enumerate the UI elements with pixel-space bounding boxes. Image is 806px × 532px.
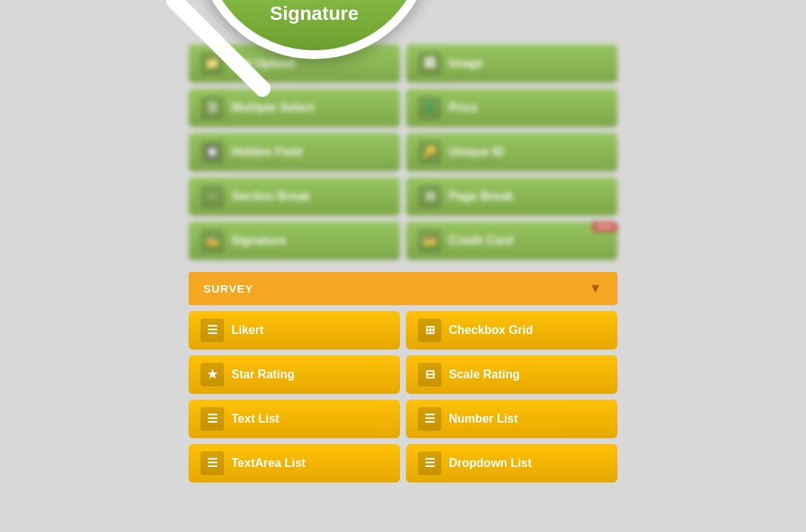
checkbox-grid-icon: ⊞ bbox=[418, 318, 441, 342]
likert-button[interactable]: ☰ Likert bbox=[189, 311, 400, 349]
checkbox-grid-button[interactable]: ⊞ Checkbox Grid bbox=[406, 311, 617, 349]
price-button[interactable]: 💲 Price bbox=[406, 89, 617, 127]
hidden-field-button[interactable]: 🔲 Hidden Field bbox=[189, 133, 400, 171]
scale-rating-icon: ⊟ bbox=[418, 363, 441, 386]
signature-button[interactable]: ✍ Signature bbox=[189, 222, 400, 260]
text-list-icon: ☰ bbox=[200, 407, 224, 431]
image-icon: 🖼 bbox=[418, 52, 441, 75]
dropdown-list-button[interactable]: ☰ Dropdown List bbox=[406, 444, 617, 482]
survey-buttons-grid: ☰ Likert ⊞ Checkbox Grid ★ Star Rating ⊟… bbox=[189, 311, 617, 482]
survey-section: SURVEY ▼ ☰ Likert ⊞ Checkbox Grid ★ Star… bbox=[189, 272, 617, 488]
number-list-button[interactable]: ☰ Number List bbox=[406, 400, 617, 438]
likert-icon: ☰ bbox=[200, 318, 224, 342]
star-rating-button[interactable]: ★ Star Rating bbox=[189, 355, 400, 394]
number-list-icon: ☰ bbox=[418, 407, 441, 431]
survey-collapse-arrow[interactable]: ▼ bbox=[589, 281, 603, 296]
page-break-icon: ⊟ bbox=[418, 185, 441, 208]
section-break-icon: ··· bbox=[200, 185, 224, 208]
textarea-list-icon: ☰ bbox=[200, 451, 224, 475]
credit-card-button[interactable]: 💳 Credit Card NEW! bbox=[406, 222, 617, 260]
scale-rating-button[interactable]: ⊟ Scale Rating bbox=[406, 355, 617, 394]
textarea-list-button[interactable]: ☰ TextArea List bbox=[189, 444, 400, 482]
hidden-field-icon: 🔲 bbox=[200, 140, 224, 164]
new-badge: NEW! bbox=[592, 222, 617, 232]
page-break-button[interactable]: ⊟ Page Break bbox=[406, 177, 617, 216]
text-list-button[interactable]: ☰ Text List bbox=[189, 400, 400, 438]
section-break-button[interactable]: ··· Section Break bbox=[189, 177, 400, 216]
price-icon: 💲 bbox=[418, 96, 441, 120]
survey-label: SURVEY bbox=[203, 282, 253, 295]
survey-section-header[interactable]: SURVEY ▼ bbox=[189, 272, 617, 305]
unique-id-button[interactable]: 🔑 Unique ID bbox=[406, 133, 617, 171]
image-button[interactable]: 🖼 Image bbox=[406, 44, 617, 83]
credit-card-icon: 💳 bbox=[418, 229, 441, 253]
signature-icon: ✍ bbox=[200, 229, 224, 253]
dropdown-list-icon: ☰ bbox=[418, 451, 441, 475]
unique-id-icon: 🔑 bbox=[418, 140, 441, 164]
star-rating-icon: ★ bbox=[200, 363, 224, 386]
